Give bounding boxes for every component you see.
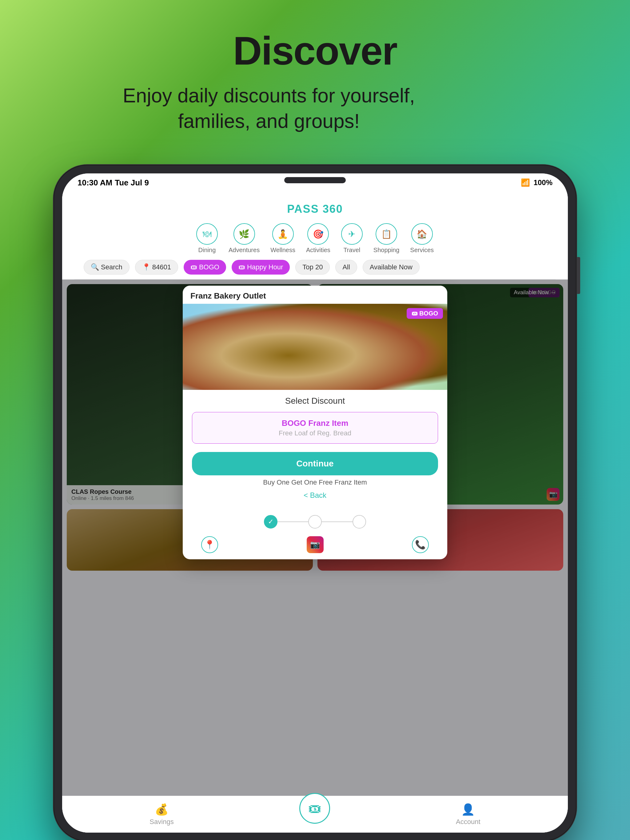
savings-icon: 💰 <box>155 803 169 816</box>
bogo-icon: 🎟 <box>190 263 197 271</box>
category-nav: 🍽 Dining 🌿 Adventures 🧘 Wellness 🎯 <box>74 219 556 255</box>
select-discount-title: Select Discount <box>192 396 438 406</box>
step-3 <box>353 515 366 529</box>
modal-bogo-badge: 🎟 BOGO <box>407 308 443 319</box>
tab-savings[interactable]: 💰 Savings <box>149 803 174 826</box>
discount-modal: Franz Bakery Outlet 🎟 BOGO Select Discou… <box>183 286 447 559</box>
step-line-2 <box>322 521 353 522</box>
account-label: Account <box>456 818 481 826</box>
wellness-icon: 🧘 <box>272 223 294 245</box>
main-content: CLAS Ropes Course Online · 1.5 miles fro… <box>62 279 568 796</box>
ipad-frame: 10:30 AM Tue Jul 9 📶 100% PASS 360 🍽 <box>54 165 576 840</box>
modal-body: Select Discount BOGO Franz Item Free Loa… <box>183 390 447 509</box>
app-logo: PASS 360 <box>74 198 556 219</box>
search-filter-label: Search <box>101 263 122 271</box>
step-1: ✓ <box>264 515 277 529</box>
savings-label: Savings <box>149 818 174 826</box>
shopping-icon: 📋 <box>375 223 397 245</box>
ipad-side-button <box>576 257 580 294</box>
status-indicators: 📶 100% <box>521 178 552 187</box>
continue-button[interactable]: Continue <box>192 452 438 475</box>
happy-hour-filter[interactable]: 🎟 Happy Hour <box>232 260 290 275</box>
travel-label: Travel <box>343 246 360 254</box>
discount-option-1-sub: Free Loaf of Reg. Bread <box>200 429 430 437</box>
location-icon: 📍 <box>142 263 150 271</box>
progress-steps: ✓ <box>183 509 447 533</box>
activities-label: Activities <box>306 246 330 254</box>
dining-icon: 🍽 <box>196 223 218 245</box>
app-header: PASS 360 🍽 Dining 🌿 Adventures 🧘 <box>62 192 568 279</box>
page-header: Discover Enjoy daily discounts for yours… <box>54 28 576 134</box>
available-now-label: Available Now <box>370 263 413 271</box>
category-shopping[interactable]: 📋 Shopping <box>374 223 400 254</box>
discount-option-1[interactable]: BOGO Franz Item Free Loaf of Reg. Bread <box>192 412 438 444</box>
instagram-icon[interactable]: 📷 <box>307 536 324 553</box>
available-now-filter[interactable]: Available Now <box>362 260 419 275</box>
search-filter-icon: 🔍 <box>91 263 99 271</box>
dining-label: Dining <box>198 246 216 254</box>
top20-filter[interactable]: Top 20 <box>295 260 330 275</box>
tab-center-discover[interactable]: 🎟 <box>299 793 330 824</box>
category-services[interactable]: 🏠 Services <box>410 223 434 254</box>
category-activities[interactable]: 🎯 Activities <box>306 223 330 254</box>
discover-icon: 🎟 <box>308 801 321 816</box>
camera-notch <box>284 177 346 183</box>
bogo-label: BOGO <box>199 263 219 271</box>
filter-bar: 🔍 Search 📍 84601 🎟 BOGO 🎟 <box>74 255 556 279</box>
wifi-icon: 📶 <box>521 178 530 187</box>
happy-hour-icon: 🎟 <box>238 263 245 271</box>
ipad-screen: 10:30 AM Tue Jul 9 📶 100% PASS 360 🍽 <box>62 174 568 833</box>
phone-social-icon[interactable]: 📞 <box>412 536 429 553</box>
page-title: Discover <box>54 28 576 74</box>
category-travel[interactable]: ✈ Travel <box>341 223 362 254</box>
adventures-label: Adventures <box>229 246 260 254</box>
services-label: Services <box>410 246 434 254</box>
back-link[interactable]: < Back <box>192 489 438 501</box>
modal-food-image: 🎟 BOGO <box>183 304 447 390</box>
category-dining[interactable]: 🍽 Dining <box>196 223 218 254</box>
category-adventures[interactable]: 🌿 Adventures <box>229 223 260 254</box>
buy-one-text: Buy One Get One Free Franz Item <box>192 478 438 486</box>
all-label: All <box>342 263 350 271</box>
page-subtitle: Enjoy daily discounts for yourself,famil… <box>54 83 484 134</box>
adventures-icon: 🌿 <box>233 223 255 245</box>
location-label: 84601 <box>152 263 171 271</box>
location-social-icon[interactable]: 📍 <box>201 536 218 553</box>
step-2 <box>308 515 322 529</box>
modal-bogo-icon: 🎟 <box>412 310 418 317</box>
shopping-label: Shopping <box>374 246 400 254</box>
app-content: PASS 360 🍽 Dining 🌿 Adventures 🧘 <box>62 192 568 833</box>
location-filter[interactable]: 📍 84601 <box>135 260 178 275</box>
wellness-label: Wellness <box>271 246 295 254</box>
discount-option-1-title: BOGO Franz Item <box>200 418 430 428</box>
activities-icon: 🎯 <box>307 223 329 245</box>
all-filter[interactable]: All <box>335 260 357 275</box>
travel-icon: ✈ <box>341 223 362 245</box>
social-row: 📍 📷 📞 <box>183 533 447 559</box>
status-time: 10:30 AM Tue Jul 9 <box>78 178 149 188</box>
modal-bogo-text: BOGO <box>419 310 438 317</box>
account-icon: 👤 <box>461 803 475 816</box>
top20-label: Top 20 <box>302 263 323 271</box>
services-icon: 🏠 <box>411 223 433 245</box>
search-filter[interactable]: 🔍 Search <box>84 260 130 275</box>
venue-name: Franz Bakery Outlet <box>183 286 447 304</box>
bogo-filter[interactable]: 🎟 BOGO <box>184 260 226 275</box>
battery-indicator: 100% <box>534 178 552 187</box>
page-container: Discover Enjoy daily discounts for yours… <box>54 0 576 840</box>
step-line-1 <box>277 521 308 522</box>
happy-hour-label: Happy Hour <box>247 263 283 271</box>
category-wellness[interactable]: 🧘 Wellness <box>271 223 295 254</box>
tab-bar: 💰 Savings 🎟 👤 Account <box>62 796 568 833</box>
tab-account[interactable]: 👤 Account <box>456 803 481 826</box>
